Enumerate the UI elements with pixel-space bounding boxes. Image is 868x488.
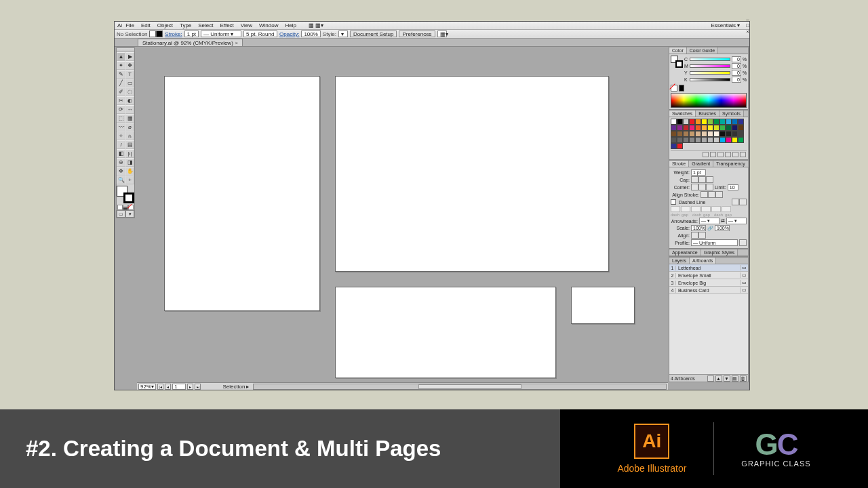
fill-stroke-control[interactable]: [117, 186, 134, 203]
profile-dropdown[interactable]: — Uniform: [691, 239, 738, 246]
stroke-label[interactable]: Stroke:: [165, 31, 182, 37]
menu-window[interactable]: Window: [256, 22, 281, 28]
swatch[interactable]: [671, 119, 677, 125]
next-artboard-icon[interactable]: ▸: [187, 384, 193, 390]
tool-12[interactable]: ⟳: [117, 105, 125, 114]
swatch[interactable]: [738, 131, 744, 137]
tool-6[interactable]: ╱: [117, 79, 125, 87]
tool-19[interactable]: ⎌: [125, 131, 134, 140]
brush-definition[interactable]: 5 pt. Round: [243, 30, 277, 37]
swatch[interactable]: [677, 143, 683, 149]
swatch[interactable]: [726, 131, 732, 137]
swatch[interactable]: [719, 125, 726, 131]
black-swatch-icon[interactable]: [679, 85, 684, 92]
tab-color-guide[interactable]: Color Guide: [687, 47, 718, 54]
none-color-icon[interactable]: [671, 85, 677, 92]
tab-gradient[interactable]: Gradient: [689, 161, 713, 167]
tool-3[interactable]: ❖: [125, 61, 134, 70]
tool-14[interactable]: ⬚: [117, 114, 125, 123]
dash-align-buttons[interactable]: [732, 199, 747, 205]
swatch[interactable]: [738, 125, 744, 131]
swatch[interactable]: [671, 137, 677, 143]
swatch[interactable]: [683, 119, 689, 125]
arrow-align-buttons[interactable]: [691, 232, 706, 239]
align-dropdown[interactable]: ▦▾: [437, 30, 447, 37]
tool-4[interactable]: ✎: [117, 70, 125, 79]
tool-29[interactable]: +: [125, 176, 134, 184]
zoom-field[interactable]: 92% ▾: [138, 384, 156, 390]
tool-9[interactable]: ◌: [125, 87, 134, 96]
swatch[interactable]: [671, 143, 677, 149]
tool-22[interactable]: ◧: [117, 149, 125, 158]
menu-view[interactable]: View: [237, 22, 256, 28]
swatch[interactable]: [701, 119, 707, 125]
swatch[interactable]: [689, 119, 695, 125]
delete-artboard-icon[interactable]: 🗑: [740, 375, 747, 382]
color-mode-icon[interactable]: [117, 205, 123, 210]
tool-28[interactable]: 🔍: [117, 176, 125, 184]
swatch[interactable]: [738, 137, 744, 143]
flip-profile-icon[interactable]: [739, 239, 747, 246]
close-button[interactable]: ×: [746, 28, 749, 35]
horizontal-scrollbar[interactable]: [253, 384, 667, 390]
swatch[interactable]: [732, 131, 738, 137]
last-artboard-icon[interactable]: ▸|: [195, 384, 201, 390]
tool-10[interactable]: ✂: [117, 96, 125, 105]
menu-file[interactable]: File: [122, 22, 138, 28]
swatch[interactable]: [689, 125, 695, 131]
tool-5[interactable]: T: [125, 70, 134, 79]
artboard-row[interactable]: 4Business Card▭: [669, 287, 748, 294]
artboard-envelope-small[interactable]: [335, 76, 609, 272]
tool-25[interactable]: ◨: [125, 158, 134, 167]
swatch[interactable]: [689, 137, 695, 143]
swatch[interactable]: [713, 125, 719, 131]
style-dropdown[interactable]: ▾: [338, 30, 348, 37]
swatch[interactable]: [689, 131, 695, 137]
move-up-icon[interactable]: ▲: [715, 375, 722, 382]
tab-brushes[interactable]: Brushes: [696, 110, 719, 117]
c-slider[interactable]: [690, 58, 730, 61]
swatch[interactable]: [671, 131, 677, 137]
arrow-scale-start[interactable]: 100%: [691, 225, 706, 231]
normal-screen-icon[interactable]: ▭: [117, 210, 125, 218]
swatch[interactable]: [695, 119, 701, 125]
swatch[interactable]: [677, 131, 683, 137]
tool-18[interactable]: ✧: [117, 131, 125, 140]
swatch[interactable]: [726, 137, 732, 143]
artboard-options-icon[interactable]: ▭: [740, 280, 748, 285]
menu-object[interactable]: Object: [154, 22, 176, 28]
swatch[interactable]: [677, 119, 683, 125]
tool-7[interactable]: ▭: [125, 79, 134, 87]
k-slider[interactable]: [690, 78, 730, 81]
m-slider[interactable]: [690, 64, 730, 68]
close-tab-icon[interactable]: ×: [235, 41, 238, 45]
swatch-kind-icon[interactable]: [710, 152, 716, 157]
swatch[interactable]: [719, 131, 726, 137]
spectrum-picker[interactable]: [671, 93, 747, 108]
new-swatch-icon[interactable]: [732, 152, 738, 157]
new-artboard-icon[interactable]: ▤: [732, 375, 738, 382]
swatch[interactable]: [701, 137, 707, 143]
arrow-scale-end[interactable]: 100%: [715, 225, 730, 231]
tool-0[interactable]: ▲: [117, 52, 125, 61]
cap-buttons[interactable]: [691, 176, 713, 183]
swatch[interactable]: [695, 137, 701, 143]
swatch-options-icon[interactable]: [717, 152, 724, 157]
tool-15[interactable]: ▦: [125, 114, 134, 123]
miter-limit-input[interactable]: 10: [728, 184, 738, 190]
swatch[interactable]: [707, 131, 713, 137]
swatch[interactable]: [719, 119, 726, 125]
swatch[interactable]: [732, 137, 738, 143]
artboard-envelope-big[interactable]: [335, 287, 556, 378]
stroke-weight-input[interactable]: 1 pt: [691, 169, 706, 176]
artboard-row[interactable]: 2Envelope Small▭: [669, 272, 748, 279]
tab-color[interactable]: Color: [669, 47, 687, 54]
artboard-options-icon[interactable]: ▭: [740, 265, 748, 270]
artboard-options-icon[interactable]: ▭: [740, 272, 748, 278]
tool-23[interactable]: |ı|: [125, 149, 134, 158]
tool-1[interactable]: ▶: [125, 52, 134, 61]
swatch[interactable]: [677, 137, 683, 143]
tool-16[interactable]: 〰: [117, 123, 125, 131]
swatch[interactable]: [683, 137, 689, 143]
minimize-button[interactable]: –: [746, 16, 749, 22]
